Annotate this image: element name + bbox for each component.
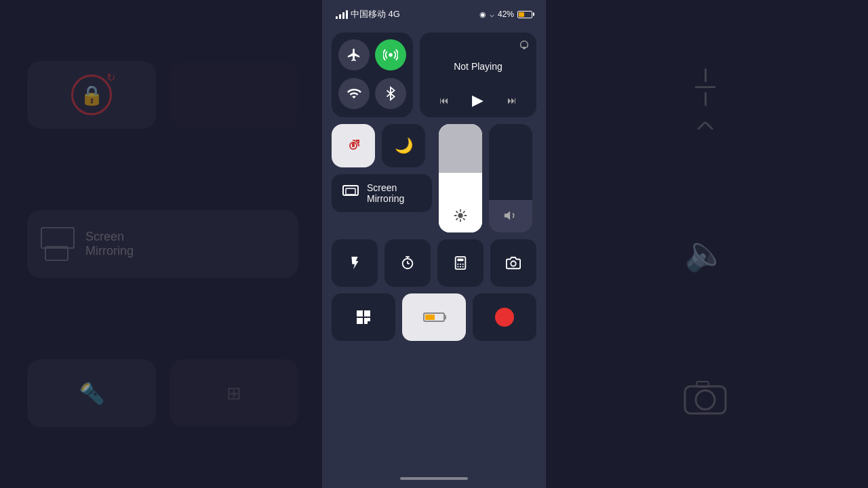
timer-btn[interactable]: [384, 239, 431, 287]
svg-point-28: [457, 266, 458, 267]
battery-bar-icon: [423, 312, 445, 322]
battery-fill: [519, 12, 524, 17]
status-right: ◉ ⌵ 42%: [479, 9, 532, 19]
status-left: 中国移动 4G: [336, 8, 400, 20]
record-circle: [495, 308, 514, 327]
middle-section: 🌙 ScreenMirroring: [332, 124, 536, 232]
top-row: Not Playing ⏮ ▶ ⏭: [332, 33, 536, 117]
svg-rect-40: [359, 320, 361, 322]
next-btn[interactable]: ⏭: [507, 95, 517, 106]
bg-blank-tile: [170, 61, 298, 129]
home-indicator[interactable]: [322, 472, 546, 488]
svg-point-8: [458, 213, 462, 218]
calculator-btn[interactable]: [437, 239, 484, 287]
bg-volume-icon: 🔈: [684, 234, 726, 273]
svg-rect-38: [359, 312, 361, 314]
svg-point-27: [462, 264, 464, 265]
bottom-tools-row: [332, 293, 536, 341]
bg-camera-icon: [682, 376, 729, 420]
svg-point-29: [460, 266, 461, 267]
brightness-icon: [453, 208, 468, 226]
flashlight-btn[interactable]: [332, 239, 378, 287]
low-power-btn[interactable]: [402, 293, 466, 341]
svg-rect-5: [352, 143, 355, 147]
navigation-icon: ⌵: [490, 10, 494, 19]
location-icon: ◉: [479, 10, 486, 19]
rotation-lock-btn[interactable]: [332, 124, 375, 167]
signal-bar-4: [346, 10, 348, 19]
volume-icon: [503, 208, 518, 226]
svg-point-26: [460, 264, 461, 265]
brightness-slider[interactable]: [439, 124, 482, 232]
camera-tool-btn[interactable]: [490, 239, 536, 287]
home-bar: [400, 477, 468, 480]
bg-lock-icon: 🔒: [80, 84, 104, 106]
phone-panel: 中国移动 4G ◉ ⌵ 42%: [322, 0, 546, 488]
volume-slider[interactable]: [489, 124, 532, 232]
mirror-icon: [342, 185, 359, 201]
battery-bar-fill: [425, 314, 435, 320]
screen-mirroring-label: ScreenMirroring: [367, 182, 404, 204]
tools-row: [332, 239, 536, 287]
battery-percent: 42%: [498, 9, 514, 19]
svg-line-16: [456, 218, 458, 220]
bg-lock-tile: 🔒: [27, 61, 156, 129]
signal-bars: [336, 9, 348, 19]
left-buttons: 🌙 ScreenMirroring: [332, 124, 432, 212]
battery-icon: [517, 11, 532, 18]
svg-line-14: [463, 218, 465, 220]
connectivity-block: [332, 33, 413, 117]
bg-mirror-tile: ScreenMirroring: [27, 210, 298, 278]
svg-line-13: [456, 211, 458, 214]
play-btn[interactable]: ▶: [472, 92, 484, 109]
signal-bar-2: [339, 14, 341, 19]
status-bar: 中国移动 4G ◉ ⌵ 42%: [322, 0, 546, 26]
bg-mirror-icon: [41, 227, 75, 261]
qr-scanner-btn[interactable]: [332, 293, 395, 341]
prev-btn[interactable]: ⏮: [439, 95, 449, 106]
moon-icon: 🌙: [395, 137, 413, 155]
svg-rect-36: [368, 319, 370, 321]
brightness-track-upper: [439, 124, 482, 173]
background-right: 🔈: [542, 0, 868, 488]
svg-rect-37: [365, 321, 367, 323]
low-power-battery: [423, 312, 445, 322]
screen-mirroring-btn[interactable]: ScreenMirroring: [332, 174, 432, 212]
svg-point-30: [462, 266, 464, 267]
bg-brightness-lines: [695, 68, 715, 131]
playback-controls: ⏮ ▶ ⏭: [428, 92, 528, 109]
now-playing-widget: Not Playing ⏮ ▶ ⏭: [420, 33, 536, 117]
bg-qr-icon: ⊞: [226, 383, 241, 404]
bg-flashlight-icon: 🔦: [79, 382, 104, 405]
airplay-icon[interactable]: [519, 39, 530, 52]
svg-line-15: [463, 211, 465, 214]
small-btns-row: 🌙: [332, 124, 432, 167]
now-playing-label: Not Playing: [428, 41, 528, 92]
do-not-disturb-btn[interactable]: 🌙: [382, 124, 425, 167]
cellular-btn[interactable]: [375, 39, 406, 70]
wifi-btn[interactable]: [338, 78, 370, 109]
bg-qr-tile: ⊞: [170, 359, 298, 427]
carrier-text: 中国移动 4G: [351, 8, 400, 20]
control-center: Not Playing ⏮ ▶ ⏭: [322, 26, 546, 472]
svg-rect-35: [365, 319, 367, 321]
bluetooth-btn[interactable]: [375, 78, 406, 109]
svg-point-31: [511, 261, 515, 266]
svg-rect-7: [346, 188, 355, 195]
bg-mirror-label: ScreenMirroring: [85, 230, 134, 258]
bg-flashlight-tile: 🔦: [27, 359, 156, 427]
background-left: 🔒 ScreenMirroring 🔦 ⊞: [0, 0, 326, 488]
svg-rect-24: [457, 259, 463, 262]
screen-record-btn[interactable]: [473, 293, 536, 341]
svg-point-3: [389, 53, 393, 57]
svg-point-25: [457, 264, 458, 265]
signal-bar-3: [342, 12, 344, 19]
svg-marker-17: [505, 211, 510, 220]
signal-bar-1: [336, 16, 338, 19]
svg-rect-39: [366, 312, 368, 314]
airplane-mode-btn[interactable]: [338, 39, 370, 70]
svg-point-1: [696, 390, 715, 409]
